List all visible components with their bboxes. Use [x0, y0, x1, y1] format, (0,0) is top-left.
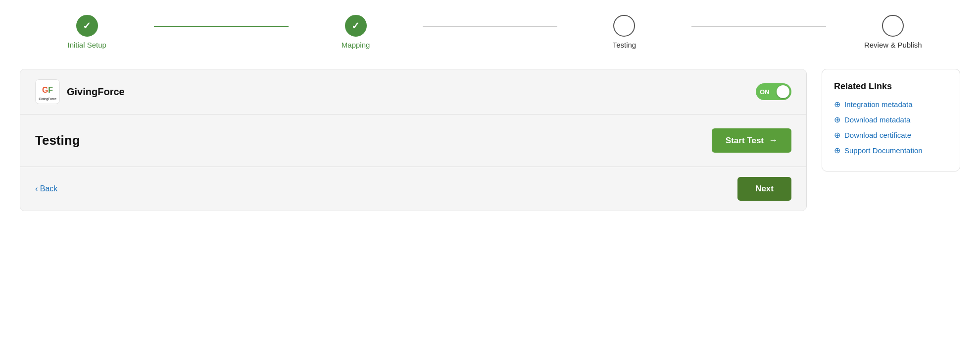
link-icon-integration: ⊕ [834, 100, 840, 109]
step-circle-initial-setup: ✓ [76, 15, 98, 37]
card-body: Testing Start Test → [20, 114, 806, 167]
card-footer: ‹ Back Next [20, 167, 806, 211]
next-label: Next [755, 184, 774, 193]
toggle-switch[interactable]: ON [756, 83, 791, 100]
section-title: Testing [35, 133, 80, 148]
step-label-testing: Testing [613, 41, 637, 49]
step-circle-mapping: ✓ [345, 15, 367, 37]
step-label-review-publish: Review & Publish [864, 41, 922, 49]
link-label-download-certificate: Download certificate [844, 131, 911, 139]
step-circle-review-publish [882, 15, 904, 37]
start-test-button[interactable]: Start Test → [712, 128, 791, 153]
back-label: ‹ Back [35, 184, 57, 193]
step-circle-testing [613, 15, 635, 37]
start-test-arrow-icon: → [769, 135, 778, 146]
step-review-publish[interactable]: Review & Publish [826, 15, 960, 49]
next-button[interactable]: Next [737, 177, 791, 201]
link-label-support-documentation: Support Documentation [844, 146, 923, 155]
logo-subtext: GivingForce [36, 97, 59, 101]
link-download-certificate[interactable]: ⊕ Download certificate [834, 130, 948, 140]
step-label-mapping: Mapping [342, 41, 370, 49]
logo-g: G [42, 86, 48, 94]
start-test-label: Start Test [726, 136, 764, 146]
connector-2 [423, 26, 557, 27]
sidebar-title: Related Links [834, 81, 948, 92]
card-header: G F GivingForce GivingForce ON [20, 69, 806, 114]
main-layout: G F GivingForce GivingForce ON Testing S… [20, 69, 960, 211]
link-download-metadata[interactable]: ⊕ Download metadata [834, 115, 948, 124]
connector-1 [154, 26, 288, 27]
toggle-on-label: ON [760, 88, 770, 96]
link-support-documentation[interactable]: ⊕ Support Documentation [834, 146, 948, 155]
link-integration-metadata[interactable]: ⊕ Integration metadata [834, 100, 948, 109]
link-icon-download-certificate: ⊕ [834, 130, 840, 140]
toggle-knob [777, 85, 789, 98]
step-initial-setup[interactable]: ✓ Initial Setup [20, 15, 154, 49]
card-header-left: G F GivingForce GivingForce [35, 79, 125, 104]
logo-f: F [48, 86, 53, 94]
stepper: ✓ Initial Setup ✓ Mapping Testing Review… [20, 15, 960, 49]
connector-3 [691, 26, 826, 27]
step-label-initial-setup: Initial Setup [68, 41, 106, 49]
company-name: GivingForce [67, 86, 125, 98]
integration-card: G F GivingForce GivingForce ON Testing S… [20, 69, 807, 211]
related-links-sidebar: Related Links ⊕ Integration metadata ⊕ D… [822, 69, 960, 171]
step-mapping[interactable]: ✓ Mapping [289, 15, 423, 49]
link-label-download-metadata: Download metadata [844, 115, 910, 124]
toggle-container[interactable]: ON [756, 83, 791, 100]
step-testing[interactable]: Testing [557, 15, 691, 49]
company-logo: G F GivingForce [35, 79, 60, 104]
link-label-integration-metadata: Integration metadata [844, 100, 913, 109]
link-icon-download-metadata: ⊕ [834, 115, 840, 124]
link-icon-support: ⊕ [834, 146, 840, 155]
back-button[interactable]: ‹ Back [35, 184, 57, 193]
